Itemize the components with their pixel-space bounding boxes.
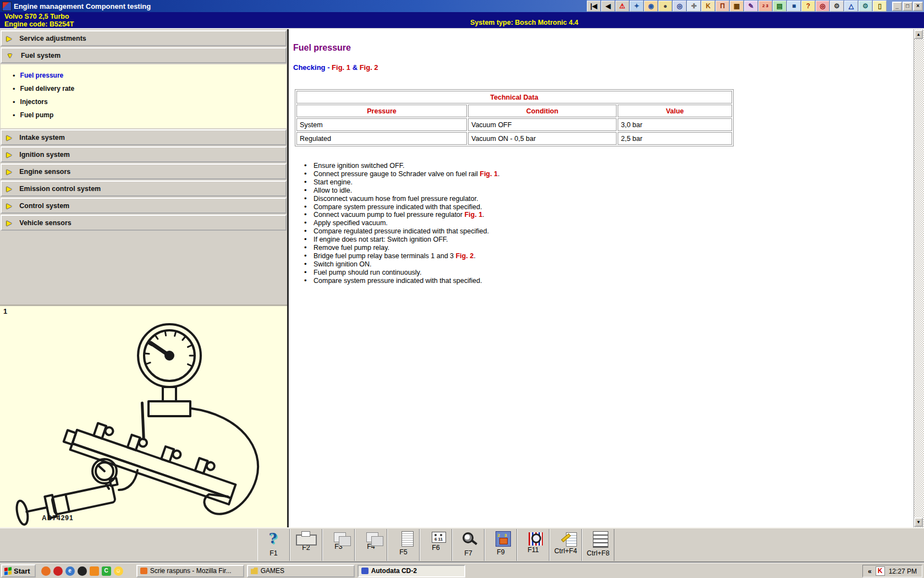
sidebar-section-ignition-system[interactable]: ▶Ignition system bbox=[1, 146, 287, 162]
sidebar-section-emission-control-system[interactable]: ▶Emission control system bbox=[1, 181, 287, 197]
first-page-icon[interactable]: |◀ bbox=[587, 1, 601, 12]
task-firefox[interactable]: Scrie raspuns - Mozilla Fir... bbox=[136, 565, 244, 577]
assembly-icon[interactable]: ✚ bbox=[687, 1, 701, 12]
sidebar-item[interactable]: •Fuel pump bbox=[1, 108, 287, 122]
document-icon bbox=[402, 531, 414, 547]
figure-reference[interactable]: Fig. 2 bbox=[455, 252, 474, 260]
function-key-bar: F1F2F3F4F56 11F6F72 3F9F11Ctrl+F4Ctrl+F8 bbox=[0, 527, 924, 561]
table-title: Technical Data bbox=[296, 91, 732, 103]
fkey-button-f3[interactable]: F3 bbox=[322, 529, 355, 561]
orange-app-icon[interactable] bbox=[90, 566, 99, 576]
key-card-icon[interactable]: K bbox=[701, 1, 715, 12]
close-button[interactable]: × bbox=[913, 2, 923, 11]
fkey-button-f7[interactable]: F7 bbox=[452, 529, 485, 561]
sidebar-section-intake-system[interactable]: ▶Intake system bbox=[1, 129, 287, 145]
sidebar-section-control-system[interactable]: ▶Control system bbox=[1, 198, 287, 214]
step-item: Compare system pressure indicated with t… bbox=[303, 203, 914, 211]
engine-icon[interactable]: ▦ bbox=[730, 1, 744, 12]
fkey-button-f6[interactable]: 6 11F6 bbox=[420, 529, 452, 561]
fkey-button-f4[interactable]: F4 bbox=[355, 529, 387, 561]
arrow-right-icon: ▶ bbox=[7, 202, 12, 210]
fig2-link[interactable]: Fig. 2 bbox=[360, 63, 378, 72]
antivirus-icon[interactable]: K bbox=[876, 566, 885, 576]
figure-reference[interactable]: Fig. 1 bbox=[480, 170, 498, 178]
minimize-button[interactable]: _ bbox=[892, 2, 902, 11]
firefox-icon[interactable] bbox=[41, 566, 51, 576]
step-item: Connect vacuum pump to fuel pressure reg… bbox=[303, 211, 914, 219]
table-row: SystemVacuum OFF3,0 bar bbox=[296, 118, 732, 131]
fkey-button-f9[interactable]: 2 3F9 bbox=[485, 529, 517, 561]
lift-icon[interactable]: Π bbox=[716, 1, 729, 12]
world-icon[interactable]: ◉ bbox=[644, 1, 658, 12]
sidebar-section-vehicle-sensors[interactable]: ▶Vehicle sensors bbox=[1, 215, 287, 231]
sidebar-item[interactable]: •Injectors bbox=[1, 95, 287, 108]
figure-reference[interactable]: Fig. 1 bbox=[464, 211, 482, 219]
window-controls: _□× bbox=[892, 2, 923, 11]
back-icon[interactable]: ◀ bbox=[601, 1, 615, 12]
black-app-icon[interactable] bbox=[78, 566, 87, 576]
system-type: System type: Bosch Motronic 4.4 bbox=[470, 19, 579, 26]
fault-codes-icon[interactable]: 2 3 bbox=[758, 1, 772, 12]
sidebar-item[interactable]: •Fuel pressure bbox=[1, 69, 287, 82]
task-games[interactable]: GAMES bbox=[247, 565, 355, 577]
pictures-icon bbox=[334, 532, 346, 542]
smiley-icon[interactable]: ☺ bbox=[114, 566, 123, 576]
start-button[interactable]: Start bbox=[1, 564, 36, 577]
bullet-icon: • bbox=[13, 72, 15, 80]
printer-green-icon[interactable]: ▤ bbox=[773, 1, 787, 12]
task-buttons: Scrie raspuns - Mozilla Fir...GAMESAutod… bbox=[136, 565, 465, 577]
bullet-icon: • bbox=[13, 111, 15, 119]
pointing-device-icon[interactable]: ■ bbox=[787, 1, 801, 12]
figure-code: AD74291 bbox=[42, 514, 74, 522]
arrow-right-icon: ▶ bbox=[7, 219, 12, 227]
warning-icon[interactable]: ⚠ bbox=[615, 1, 629, 12]
fkey-button-ctrl-f4[interactable]: Ctrl+F4 bbox=[549, 529, 582, 561]
tray-chevron-icon[interactable]: « bbox=[868, 568, 872, 575]
quick-launch: eC☺ bbox=[41, 566, 123, 576]
door-icon[interactable]: ▯ bbox=[873, 1, 887, 12]
scroll-down-icon[interactable]: ▼ bbox=[914, 517, 923, 527]
fkey-button-f1[interactable]: F1 bbox=[257, 529, 290, 561]
step-item: Start engine. bbox=[303, 178, 914, 187]
step-item: Apply specified vacuum. bbox=[303, 219, 914, 227]
task-autodata[interactable]: Autodata CD-2 bbox=[358, 565, 465, 577]
green-app-icon[interactable]: C bbox=[102, 566, 111, 576]
gears-icon[interactable]: ⚙ bbox=[859, 1, 872, 12]
arrow-right-icon: ▶ bbox=[7, 151, 12, 159]
sidebar-section-engine-sensors[interactable]: ▶Engine sensors bbox=[1, 163, 287, 179]
gauge-icon[interactable]: ◎ bbox=[673, 1, 686, 12]
arrow-right-icon: ▶ bbox=[7, 168, 12, 176]
hazard-icon[interactable]: △ bbox=[844, 1, 858, 12]
sidebar-item[interactable]: •Fuel delivery rate bbox=[1, 82, 287, 95]
codes-icon: 2 3 bbox=[496, 531, 511, 547]
figure-illustration bbox=[0, 306, 287, 527]
mouse-icon[interactable]: ● bbox=[658, 1, 672, 12]
abs-icon[interactable]: ⚙ bbox=[830, 1, 844, 12]
ie-icon[interactable]: e bbox=[65, 566, 75, 576]
step-item: Allow to idle. bbox=[303, 187, 914, 195]
spray-gun-icon[interactable]: ✎ bbox=[744, 1, 758, 12]
fkey-button-f11[interactable]: F11 bbox=[517, 529, 549, 561]
folder-icon bbox=[251, 568, 258, 574]
content-scrollbar[interactable]: ▲ ▼ bbox=[914, 29, 924, 527]
fig1-link[interactable]: Fig. 1 bbox=[332, 63, 350, 72]
fkey-button-f2[interactable]: F2 bbox=[290, 529, 322, 561]
notepad-icon bbox=[566, 532, 577, 547]
help-car-icon[interactable]: ? bbox=[801, 1, 815, 12]
window-titlebar: Engine management Component testing |◀◀⚠… bbox=[0, 0, 924, 12]
keypad-icon bbox=[593, 531, 608, 548]
restore-button[interactable]: □ bbox=[903, 2, 912, 11]
checking-line: Checking - Fig. 1 & Fig. 2 bbox=[293, 63, 914, 72]
procedure-steps: Ensure ignition switched OFF.Connect pre… bbox=[303, 162, 914, 285]
spark-test-icon[interactable]: ✦ bbox=[630, 1, 644, 12]
arrow-right-icon: ▶ bbox=[7, 185, 12, 193]
sidebar-section-fuel-system[interactable]: ▼Fuel system bbox=[1, 47, 287, 63]
scroll-up-icon[interactable]: ▲ bbox=[914, 30, 923, 39]
wheel-icon[interactable]: ◎ bbox=[816, 1, 829, 12]
fkey-button-ctrl-f8[interactable]: Ctrl+F8 bbox=[582, 529, 614, 561]
sidebar-section-service-adjustments[interactable]: ▶Service adjustments bbox=[1, 30, 287, 46]
table-column-header: Condition bbox=[468, 105, 617, 117]
red-app-icon[interactable] bbox=[53, 566, 63, 576]
fkey-button-f5[interactable]: F5 bbox=[387, 529, 420, 561]
bullet-icon: • bbox=[13, 85, 15, 93]
